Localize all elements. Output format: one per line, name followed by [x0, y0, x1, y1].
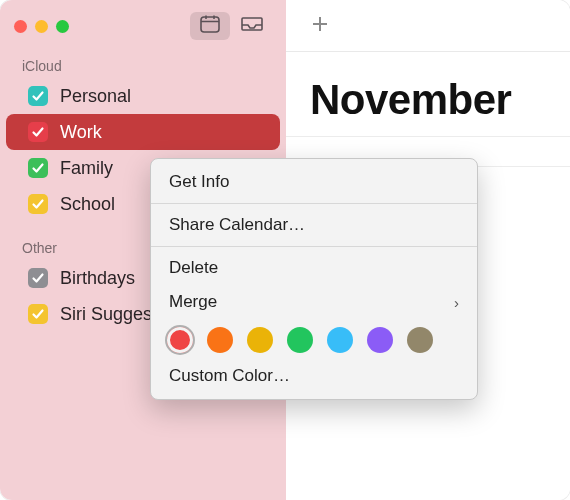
svg-rect-0 — [201, 17, 219, 32]
menu-item-label: Get Info — [169, 172, 229, 192]
color-swatch[interactable] — [327, 327, 353, 353]
main-toolbar — [286, 0, 570, 52]
app-window: iCloudPersonalWorkFamilySchoolOtherBirth… — [0, 0, 570, 500]
menu-item-custom-color[interactable]: Custom Color… — [151, 359, 477, 393]
zoom-window-button[interactable] — [56, 20, 69, 33]
calendar-checkbox[interactable] — [28, 194, 48, 214]
color-swatch[interactable] — [167, 327, 193, 353]
color-swatch[interactable] — [207, 327, 233, 353]
menu-item-label: Custom Color… — [169, 366, 290, 386]
calendar-label: Personal — [60, 86, 266, 107]
calendar-item-work[interactable]: Work — [6, 114, 280, 150]
calendar-item-personal[interactable]: Personal — [6, 78, 280, 114]
color-swatch[interactable] — [247, 327, 273, 353]
toolbar — [190, 12, 272, 40]
menu-item-get-info[interactable]: Get Info — [151, 165, 477, 199]
color-swatch[interactable] — [287, 327, 313, 353]
menu-item-share-calendar[interactable]: Share Calendar… — [151, 208, 477, 242]
close-window-button[interactable] — [14, 20, 27, 33]
sidebar-section-header: iCloud — [0, 52, 286, 78]
color-swatch[interactable] — [407, 327, 433, 353]
menu-item-label: Merge — [169, 292, 217, 312]
menu-separator — [151, 246, 477, 247]
calendar-checkbox[interactable] — [28, 86, 48, 106]
color-swatch-row — [151, 319, 477, 359]
plus-icon — [310, 14, 330, 38]
calendar-context-menu: Get InfoShare Calendar…DeleteMerge›Custo… — [150, 158, 478, 400]
titlebar — [0, 0, 286, 52]
inbox-button[interactable] — [232, 12, 272, 40]
menu-separator — [151, 203, 477, 204]
calendar-checkbox[interactable] — [28, 268, 48, 288]
minimize-window-button[interactable] — [35, 20, 48, 33]
month-title: November — [286, 52, 570, 136]
color-swatch[interactable] — [367, 327, 393, 353]
calendar-checkbox[interactable] — [28, 304, 48, 324]
calendar-view-button[interactable] — [190, 12, 230, 40]
menu-item-delete[interactable]: Delete — [151, 251, 477, 285]
calendar-label: Work — [60, 122, 266, 143]
inbox-icon — [241, 15, 263, 37]
menu-item-label: Share Calendar… — [169, 215, 305, 235]
chevron-right-icon: › — [454, 294, 459, 311]
calendar-checkbox[interactable] — [28, 158, 48, 178]
menu-item-merge[interactable]: Merge› — [151, 285, 477, 319]
calendar-checkbox[interactable] — [28, 122, 48, 142]
calendar-icon — [200, 15, 220, 37]
menu-item-label: Delete — [169, 258, 218, 278]
window-controls — [14, 20, 69, 33]
add-event-button[interactable] — [306, 12, 334, 40]
